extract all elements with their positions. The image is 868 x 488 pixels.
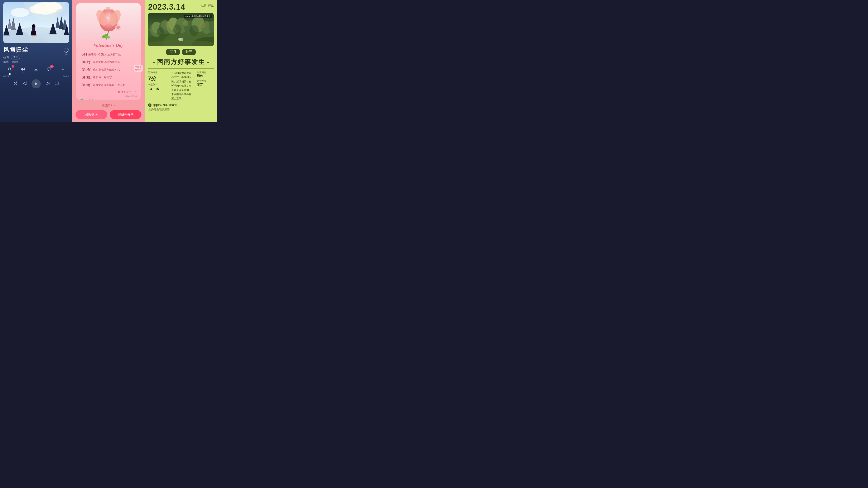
album-art (3, 2, 69, 43)
svg-point-42 (63, 69, 64, 70)
lucky-value: 13、15、 (148, 87, 167, 91)
svg-point-25 (28, 23, 29, 23)
fortune-date: 2023.3.14 (148, 3, 185, 11)
fortune-right-column: 生肖颜色 绿色 财神方位 东方 (197, 71, 214, 101)
svg-point-29 (32, 25, 35, 28)
fortune-header: 2023.3.14 生肖: 卯兔 (148, 3, 214, 11)
fortune-grid: 运势评分 7分 幸运数字 13、15、 今天的喜神方位在西南方，喜神和人缘、感情… (148, 71, 214, 101)
color-item: 生肖颜色 绿色 (197, 71, 214, 78)
lunar-day-tag: 廿三 (182, 49, 196, 55)
see-all-lyrics-button[interactable]: 动查看登歌词 (134, 65, 141, 72)
progress-fill (3, 74, 10, 74)
fortune-song-name: 怎叹-郑鱼/国风新语 (148, 108, 214, 111)
follow-button[interactable]: 关注 (11, 55, 20, 59)
svg-point-81 (178, 38, 181, 40)
svg-point-75 (189, 25, 199, 36)
qq-music-brand: S QQ音乐 (76, 98, 141, 100)
svg-point-79 (199, 22, 205, 28)
svg-point-23 (20, 21, 20, 21)
progress-dot (9, 73, 11, 75)
repeat-button[interactable] (55, 81, 59, 87)
zodiac-label: 生肖: 卯兔 (202, 4, 214, 7)
svg-point-74 (173, 24, 182, 35)
svg-rect-36 (22, 68, 23, 71)
prev-button[interactable] (22, 81, 27, 87)
svg-rect-35 (21, 68, 22, 70)
svg-point-20 (24, 14, 25, 15)
diamond-right-icon: ⬧ (207, 60, 209, 64)
lyric-5: 【言(赠)】愿我爱着你的笑容一生不朽 (76, 82, 141, 89)
lyric-4: 【色(奢)】望和你一生相守 (76, 74, 141, 81)
search-badge: 1 (12, 65, 14, 68)
edit-icon[interactable]: ✏ (135, 91, 137, 93)
comment-button[interactable]: 51 (47, 67, 52, 71)
color-value: 绿色 (197, 74, 214, 78)
lyric-1: 【今】生遇见你我想永远为爱守候 (76, 51, 141, 58)
card-footer: 来自：安生。 ✏ 2023.03.16 (76, 89, 141, 98)
progress-bar[interactable] (3, 74, 69, 74)
svg-marker-27 (31, 31, 36, 35)
direction-value: 东方 (197, 83, 214, 86)
score-value: 7分 (148, 75, 167, 82)
search-similar-button[interactable]: 1 (7, 67, 12, 71)
more-icon (60, 67, 65, 71)
flower-illustration: ✦ ✦ (90, 3, 127, 41)
direction-label: 财神方位 (197, 79, 214, 83)
svg-rect-38 (24, 68, 25, 70)
svg-text:✦: ✦ (109, 13, 111, 16)
like-badge[interactable]: 1w+ (63, 48, 69, 56)
fortune-left-column: 运势评分 7分 幸运数字 13、15、 (148, 71, 167, 101)
svg-line-34 (10, 70, 11, 71)
shuffle-icon (13, 81, 18, 86)
comment-icon (47, 67, 52, 71)
card-from: 来自：安生。 ✏ (118, 90, 137, 94)
svg-rect-31 (34, 35, 35, 37)
equalizer-button[interactable]: off (21, 67, 25, 71)
svg-marker-43 (23, 82, 26, 85)
artist-row: 砚青 关注 (3, 55, 20, 59)
shuffle-button[interactable] (13, 81, 18, 87)
music-note-icon: ♪ (81, 6, 84, 12)
direction-item: 财神方位 东方 (197, 79, 214, 86)
share-button[interactable]: 完成并分享 (110, 110, 142, 119)
color-label: 生肖颜色 (197, 71, 214, 74)
download-icon (34, 67, 38, 71)
lucky-label: 幸运数字 (148, 83, 167, 86)
fortune-brand-text: QQ音乐·每日运势卡 (153, 103, 177, 107)
valentine-title: Valentine's Day (76, 41, 141, 50)
lyric-3: 【月(乐)】观向上我愿意陪你左右 (76, 67, 141, 73)
svg-point-40 (61, 69, 61, 70)
svg-point-57 (117, 26, 120, 29)
prev-icon (22, 81, 27, 86)
svg-rect-37 (23, 69, 24, 70)
play-pause-button[interactable] (32, 79, 41, 89)
fortune-divider (148, 68, 214, 69)
svg-marker-45 (35, 83, 37, 85)
search-icon (7, 67, 12, 71)
heart-icon (63, 48, 69, 54)
download-button[interactable] (34, 67, 38, 71)
fortune-headline: ⬧ 西南方好事发生 ⬧ (148, 58, 214, 66)
fortune-album-art: PAUSE 根据歌曲和幸运色生成 (148, 13, 214, 46)
lunar-date-tags: 二月 廿三 (148, 49, 214, 55)
equalizer-icon (21, 67, 25, 71)
svg-point-24 (51, 20, 52, 20)
modify-lyrics-button[interactable]: 修改歌词 (75, 110, 107, 119)
comment-badge: 51 (50, 65, 54, 68)
time-total: 04:40 (63, 75, 69, 77)
collapse-card-button[interactable]: 收起贺卡 ∧ (102, 102, 116, 108)
svg-point-77 (166, 21, 172, 28)
bottom-buttons: 修改歌词 完成并分享 (72, 108, 145, 122)
score-label: 运势评分 (148, 71, 167, 74)
fortune-brand: S QQ音乐·每日运势卡 (148, 103, 214, 107)
card-inner: ♪ (76, 3, 141, 100)
more-button[interactable] (60, 67, 65, 71)
svg-text:✦: ✦ (105, 16, 108, 20)
svg-rect-39 (34, 70, 38, 71)
next-button[interactable] (45, 81, 50, 87)
composer-row: 编曲： 皓韵 (3, 60, 18, 64)
svg-marker-46 (46, 82, 49, 85)
valentine-card-panel: ♪ (72, 0, 145, 122)
time-row: 00:27 04:40 (3, 75, 69, 77)
card-date: 2023.03.16 (125, 95, 137, 97)
